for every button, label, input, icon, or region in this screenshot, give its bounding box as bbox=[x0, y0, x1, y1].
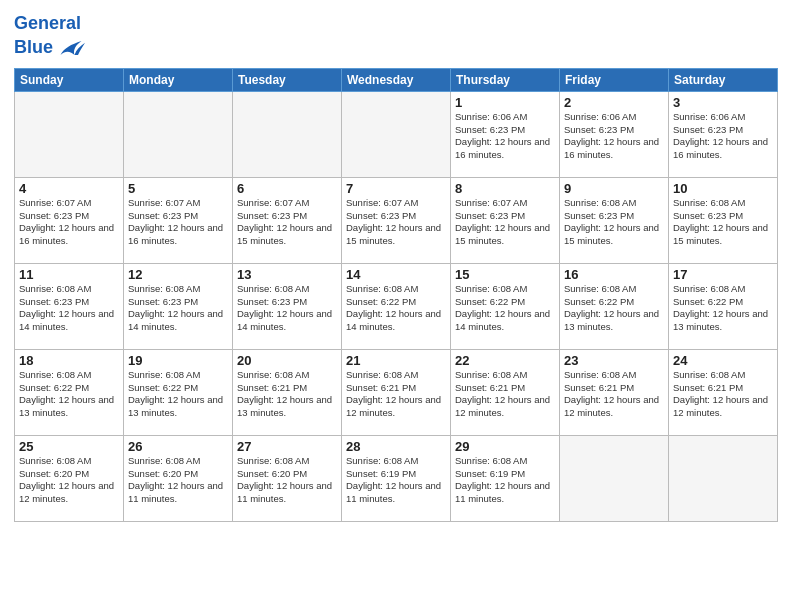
day-number: 29 bbox=[455, 439, 555, 454]
logo-general: General bbox=[14, 13, 81, 33]
day-info: Sunrise: 6:08 AM Sunset: 6:20 PM Dayligh… bbox=[128, 455, 228, 506]
day-info: Sunrise: 6:08 AM Sunset: 6:22 PM Dayligh… bbox=[346, 283, 446, 334]
logo-text: General bbox=[14, 14, 85, 34]
calendar-cell: 2Sunrise: 6:06 AM Sunset: 6:23 PM Daylig… bbox=[560, 91, 669, 177]
day-info: Sunrise: 6:06 AM Sunset: 6:23 PM Dayligh… bbox=[673, 111, 773, 162]
day-info: Sunrise: 6:07 AM Sunset: 6:23 PM Dayligh… bbox=[128, 197, 228, 248]
day-info: Sunrise: 6:08 AM Sunset: 6:23 PM Dayligh… bbox=[237, 283, 337, 334]
day-info: Sunrise: 6:08 AM Sunset: 6:21 PM Dayligh… bbox=[673, 369, 773, 420]
day-number: 11 bbox=[19, 267, 119, 282]
day-number: 28 bbox=[346, 439, 446, 454]
day-number: 7 bbox=[346, 181, 446, 196]
day-number: 14 bbox=[346, 267, 446, 282]
calendar-cell: 4Sunrise: 6:07 AM Sunset: 6:23 PM Daylig… bbox=[15, 177, 124, 263]
day-info: Sunrise: 6:07 AM Sunset: 6:23 PM Dayligh… bbox=[237, 197, 337, 248]
calendar-cell: 11Sunrise: 6:08 AM Sunset: 6:23 PM Dayli… bbox=[15, 263, 124, 349]
weekday-header-monday: Monday bbox=[124, 68, 233, 91]
day-number: 18 bbox=[19, 353, 119, 368]
calendar-cell: 6Sunrise: 6:07 AM Sunset: 6:23 PM Daylig… bbox=[233, 177, 342, 263]
day-number: 17 bbox=[673, 267, 773, 282]
day-info: Sunrise: 6:08 AM Sunset: 6:23 PM Dayligh… bbox=[673, 197, 773, 248]
day-info: Sunrise: 6:08 AM Sunset: 6:21 PM Dayligh… bbox=[346, 369, 446, 420]
day-number: 2 bbox=[564, 95, 664, 110]
calendar-cell: 16Sunrise: 6:08 AM Sunset: 6:22 PM Dayli… bbox=[560, 263, 669, 349]
day-info: Sunrise: 6:08 AM Sunset: 6:22 PM Dayligh… bbox=[19, 369, 119, 420]
day-number: 12 bbox=[128, 267, 228, 282]
day-number: 23 bbox=[564, 353, 664, 368]
day-number: 20 bbox=[237, 353, 337, 368]
calendar-cell: 24Sunrise: 6:08 AM Sunset: 6:21 PM Dayli… bbox=[669, 349, 778, 435]
calendar-cell: 28Sunrise: 6:08 AM Sunset: 6:19 PM Dayli… bbox=[342, 435, 451, 521]
day-number: 24 bbox=[673, 353, 773, 368]
day-number: 9 bbox=[564, 181, 664, 196]
calendar-cell: 10Sunrise: 6:08 AM Sunset: 6:23 PM Dayli… bbox=[669, 177, 778, 263]
calendar-week-row: 18Sunrise: 6:08 AM Sunset: 6:22 PM Dayli… bbox=[15, 349, 778, 435]
calendar-cell bbox=[669, 435, 778, 521]
day-number: 25 bbox=[19, 439, 119, 454]
day-number: 15 bbox=[455, 267, 555, 282]
logo: General Blue bbox=[14, 14, 85, 62]
calendar-cell: 14Sunrise: 6:08 AM Sunset: 6:22 PM Dayli… bbox=[342, 263, 451, 349]
weekday-header-tuesday: Tuesday bbox=[233, 68, 342, 91]
logo-blue: Blue bbox=[14, 37, 53, 58]
header: General Blue bbox=[14, 10, 778, 62]
day-info: Sunrise: 6:06 AM Sunset: 6:23 PM Dayligh… bbox=[455, 111, 555, 162]
calendar-cell: 12Sunrise: 6:08 AM Sunset: 6:23 PM Dayli… bbox=[124, 263, 233, 349]
calendar-cell: 15Sunrise: 6:08 AM Sunset: 6:22 PM Dayli… bbox=[451, 263, 560, 349]
weekday-header-row: SundayMondayTuesdayWednesdayThursdayFrid… bbox=[15, 68, 778, 91]
day-number: 8 bbox=[455, 181, 555, 196]
day-info: Sunrise: 6:06 AM Sunset: 6:23 PM Dayligh… bbox=[564, 111, 664, 162]
calendar-cell: 29Sunrise: 6:08 AM Sunset: 6:19 PM Dayli… bbox=[451, 435, 560, 521]
day-number: 1 bbox=[455, 95, 555, 110]
calendar-week-row: 4Sunrise: 6:07 AM Sunset: 6:23 PM Daylig… bbox=[15, 177, 778, 263]
weekday-header-thursday: Thursday bbox=[451, 68, 560, 91]
day-info: Sunrise: 6:08 AM Sunset: 6:21 PM Dayligh… bbox=[564, 369, 664, 420]
weekday-header-saturday: Saturday bbox=[669, 68, 778, 91]
calendar-cell: 19Sunrise: 6:08 AM Sunset: 6:22 PM Dayli… bbox=[124, 349, 233, 435]
day-number: 13 bbox=[237, 267, 337, 282]
logo-bird-icon bbox=[57, 34, 85, 62]
day-info: Sunrise: 6:08 AM Sunset: 6:19 PM Dayligh… bbox=[455, 455, 555, 506]
calendar-cell: 26Sunrise: 6:08 AM Sunset: 6:20 PM Dayli… bbox=[124, 435, 233, 521]
calendar-cell: 13Sunrise: 6:08 AM Sunset: 6:23 PM Dayli… bbox=[233, 263, 342, 349]
day-number: 3 bbox=[673, 95, 773, 110]
day-number: 5 bbox=[128, 181, 228, 196]
calendar-cell: 27Sunrise: 6:08 AM Sunset: 6:20 PM Dayli… bbox=[233, 435, 342, 521]
day-info: Sunrise: 6:08 AM Sunset: 6:21 PM Dayligh… bbox=[237, 369, 337, 420]
day-info: Sunrise: 6:08 AM Sunset: 6:20 PM Dayligh… bbox=[19, 455, 119, 506]
calendar-week-row: 11Sunrise: 6:08 AM Sunset: 6:23 PM Dayli… bbox=[15, 263, 778, 349]
calendar-cell: 25Sunrise: 6:08 AM Sunset: 6:20 PM Dayli… bbox=[15, 435, 124, 521]
day-info: Sunrise: 6:08 AM Sunset: 6:22 PM Dayligh… bbox=[564, 283, 664, 334]
day-info: Sunrise: 6:08 AM Sunset: 6:22 PM Dayligh… bbox=[455, 283, 555, 334]
day-info: Sunrise: 6:08 AM Sunset: 6:20 PM Dayligh… bbox=[237, 455, 337, 506]
day-number: 6 bbox=[237, 181, 337, 196]
calendar-cell bbox=[15, 91, 124, 177]
calendar-cell bbox=[233, 91, 342, 177]
calendar-cell: 7Sunrise: 6:07 AM Sunset: 6:23 PM Daylig… bbox=[342, 177, 451, 263]
calendar-cell: 17Sunrise: 6:08 AM Sunset: 6:22 PM Dayli… bbox=[669, 263, 778, 349]
day-number: 27 bbox=[237, 439, 337, 454]
day-number: 4 bbox=[19, 181, 119, 196]
weekday-header-friday: Friday bbox=[560, 68, 669, 91]
calendar-cell bbox=[342, 91, 451, 177]
day-info: Sunrise: 6:07 AM Sunset: 6:23 PM Dayligh… bbox=[346, 197, 446, 248]
day-number: 26 bbox=[128, 439, 228, 454]
weekday-header-wednesday: Wednesday bbox=[342, 68, 451, 91]
day-number: 21 bbox=[346, 353, 446, 368]
weekday-header-sunday: Sunday bbox=[15, 68, 124, 91]
calendar-cell: 23Sunrise: 6:08 AM Sunset: 6:21 PM Dayli… bbox=[560, 349, 669, 435]
calendar-cell: 1Sunrise: 6:06 AM Sunset: 6:23 PM Daylig… bbox=[451, 91, 560, 177]
calendar-cell: 5Sunrise: 6:07 AM Sunset: 6:23 PM Daylig… bbox=[124, 177, 233, 263]
calendar-cell: 9Sunrise: 6:08 AM Sunset: 6:23 PM Daylig… bbox=[560, 177, 669, 263]
calendar-week-row: 25Sunrise: 6:08 AM Sunset: 6:20 PM Dayli… bbox=[15, 435, 778, 521]
calendar-cell: 8Sunrise: 6:07 AM Sunset: 6:23 PM Daylig… bbox=[451, 177, 560, 263]
calendar-cell: 22Sunrise: 6:08 AM Sunset: 6:21 PM Dayli… bbox=[451, 349, 560, 435]
day-number: 10 bbox=[673, 181, 773, 196]
day-info: Sunrise: 6:08 AM Sunset: 6:23 PM Dayligh… bbox=[564, 197, 664, 248]
page: General Blue SundayMondayTuesdayWednesda… bbox=[0, 0, 792, 612]
day-info: Sunrise: 6:08 AM Sunset: 6:21 PM Dayligh… bbox=[455, 369, 555, 420]
calendar-cell: 21Sunrise: 6:08 AM Sunset: 6:21 PM Dayli… bbox=[342, 349, 451, 435]
calendar-cell bbox=[560, 435, 669, 521]
calendar-table: SundayMondayTuesdayWednesdayThursdayFrid… bbox=[14, 68, 778, 522]
day-number: 19 bbox=[128, 353, 228, 368]
